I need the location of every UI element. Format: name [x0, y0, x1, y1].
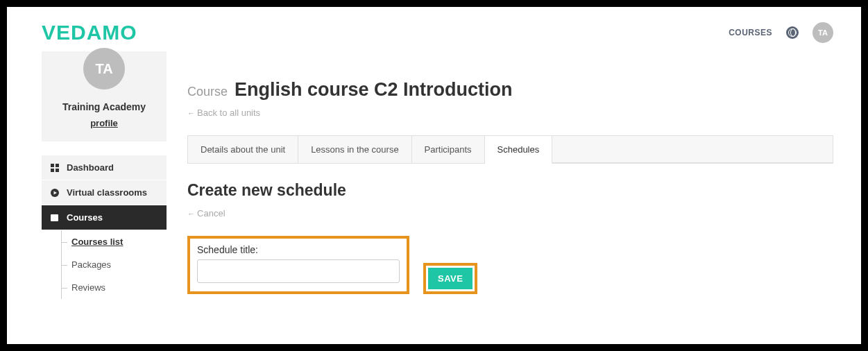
sidebar-submenu: Courses list Packages Reviews: [42, 230, 167, 299]
profile-box: TA Training Academy profile: [42, 51, 167, 142]
schedule-title-label: Schedule title:: [197, 244, 400, 255]
page-title: Course English course C2 Introduction: [187, 79, 833, 101]
save-button[interactable]: SAVE: [428, 268, 473, 289]
course-title: English course C2 Introduction: [235, 79, 513, 101]
sidebar-item-label: Courses: [67, 212, 103, 223]
sidebar-item-label: Dashboard: [67, 162, 114, 173]
course-prefix: Course: [187, 85, 228, 99]
sidebar-item-dashboard[interactable]: Dashboard: [42, 155, 167, 180]
tab-label: Participants: [425, 144, 472, 155]
section-title: Create new schedule: [187, 181, 833, 200]
dashboard-icon: [50, 163, 60, 173]
brand-logo[interactable]: VEDAMO: [42, 21, 137, 44]
globe-icon[interactable]: [786, 26, 799, 39]
account-name: Training Academy: [49, 101, 160, 112]
sidebar-item-label: Virtual classrooms: [67, 187, 147, 198]
tab-label: Lessons in the course: [311, 144, 398, 155]
sidebar-sub-item-label: Courses list: [71, 237, 123, 247]
play-circle-icon: [50, 188, 60, 198]
avatar[interactable]: TA: [812, 22, 833, 43]
tab-label: Details about the unit: [201, 144, 285, 155]
schedule-title-field-group: Schedule title:: [187, 236, 409, 294]
content: Course English course C2 Introduction Ba…: [187, 51, 833, 299]
header-right: COURSES TA: [729, 22, 833, 43]
tab-participants[interactable]: Participants: [412, 136, 485, 163]
back-link[interactable]: Back to all units: [187, 108, 260, 118]
sidebar-sub-item-reviews[interactable]: Reviews: [61, 276, 167, 299]
tab-label: Schedules: [497, 144, 540, 155]
sidebar-sub-item-label: Reviews: [71, 282, 105, 293]
courses-link[interactable]: COURSES: [729, 28, 772, 37]
tab-lessons[interactable]: Lessons in the course: [298, 136, 411, 163]
sidebar-sub-item-packages[interactable]: Packages: [61, 253, 167, 276]
profile-avatar[interactable]: TA: [83, 48, 125, 89]
cancel-link[interactable]: Cancel: [187, 208, 225, 219]
tabs: Details about the unit Lessons in the co…: [187, 135, 833, 164]
sidebar: TA Training Academy profile Dashboard Vi…: [42, 51, 167, 299]
profile-link[interactable]: profile: [90, 118, 118, 128]
sidebar-item-courses[interactable]: Courses: [42, 205, 167, 230]
tabs-spacer: [552, 136, 833, 163]
schedule-title-input[interactable]: [197, 259, 400, 283]
save-button-highlight: SAVE: [423, 263, 477, 294]
sidebar-sub-item-courses-list[interactable]: Courses list: [61, 230, 167, 253]
tab-schedules[interactable]: Schedules: [485, 136, 553, 164]
header: VEDAMO COURSES TA: [7, 7, 861, 51]
tab-details[interactable]: Details about the unit: [188, 136, 298, 163]
sidebar-item-virtual-classrooms[interactable]: Virtual classrooms: [42, 180, 167, 205]
sidebar-sub-item-label: Packages: [71, 259, 111, 270]
schedule-form: Schedule title: SAVE: [187, 236, 833, 294]
book-icon: [50, 213, 60, 223]
